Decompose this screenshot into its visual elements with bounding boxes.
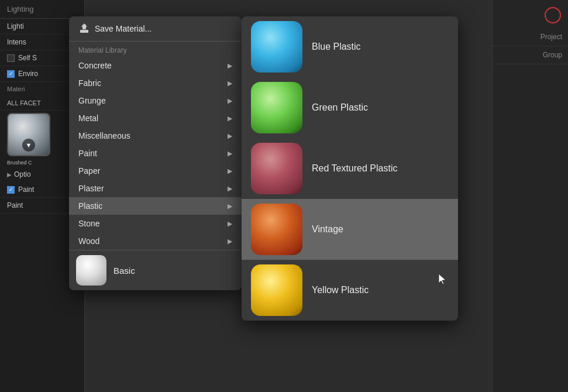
plastic-submenu: Blue Plastic Green Plastic Red Textured … [242, 16, 458, 321]
chevron-right-icon: ▶ [228, 185, 232, 192]
material-ball-blue [251, 21, 302, 73]
library-header: Material Library [69, 42, 242, 57]
menu-item-paint[interactable]: Paint ▶ [69, 145, 242, 162]
lighting-header: Lighting [0, 0, 84, 19]
save-material-label: Save Material... [95, 24, 152, 33]
menu-item-miscellaneous[interactable]: Miscellaneous ▶ [69, 127, 242, 145]
menu-item-paper[interactable]: Paper ▶ [69, 162, 242, 180]
paint-checkbox[interactable] [7, 186, 15, 194]
red-circle-icon[interactable] [545, 7, 561, 23]
submenu-item-blue-plastic[interactable]: Blue Plastic [242, 16, 458, 77]
menu-item-metal[interactable]: Metal ▶ [69, 109, 242, 127]
options-triangle-icon: ▶ [7, 171, 12, 178]
material-ball-red [251, 143, 302, 194]
material-library-menu: Save Material... Material Library Concre… [69, 16, 242, 290]
material-arrow-btn[interactable]: ▼ [22, 139, 35, 152]
chevron-right-icon: ▶ [228, 62, 232, 70]
material-ball-orange [251, 204, 302, 255]
basic-material-item[interactable]: Basic [69, 250, 242, 290]
menu-item-fabric[interactable]: Fabric ▶ [69, 74, 242, 92]
submenu-item-green-plastic[interactable]: Green Plastic [242, 77, 458, 138]
material-ball-green [251, 82, 302, 133]
project-label: Project [493, 28, 568, 46]
svg-rect-0 [80, 30, 88, 33]
environment-checkbox[interactable] [7, 70, 15, 78]
material-ball-yellow [251, 264, 302, 316]
menu-item-concrete[interactable]: Concrete ▶ [69, 57, 242, 74]
menu-item-wood[interactable]: Wood ▶ [69, 232, 242, 250]
menu-item-stone[interactable]: Stone ▶ [69, 215, 242, 232]
submenu-item-label: Red Textured Plastic [312, 163, 397, 174]
chevron-right-icon: ▶ [228, 97, 232, 105]
menu-item-plaster[interactable]: Plaster ▶ [69, 180, 242, 197]
menu-items-list: Concrete ▶ Fabric ▶ Grunge ▶ Metal ▶ Mis… [69, 57, 242, 250]
chevron-right-icon: ▶ [228, 115, 232, 122]
save-icon [78, 23, 90, 35]
chevron-right-icon: ▶ [228, 150, 232, 157]
menu-item-grunge[interactable]: Grunge ▶ [69, 92, 242, 109]
chevron-right-icon: ▶ [228, 202, 232, 210]
save-material-button[interactable]: Save Material... [69, 16, 242, 42]
submenu-item-label: Blue Plastic [312, 42, 361, 52]
right-panel: Project Group [492, 0, 568, 392]
chevron-right-icon: ▶ [228, 80, 232, 87]
chevron-right-icon: ▶ [228, 132, 232, 140]
menu-item-plastic[interactable]: Plastic ▶ [69, 197, 242, 215]
submenu-item-vintage[interactable]: Vintage [242, 199, 458, 260]
chevron-right-icon: ▶ [228, 238, 232, 245]
submenu-item-yellow-plastic[interactable]: Yellow Plastic [242, 260, 458, 321]
self-shadow-checkbox[interactable] [7, 54, 15, 62]
chevron-right-icon: ▶ [228, 167, 232, 175]
group-label: Group [493, 46, 568, 64]
submenu-item-label: Vintage [312, 224, 343, 235]
basic-material-ball [76, 255, 106, 286]
chevron-right-icon: ▶ [228, 220, 232, 228]
submenu-item-label: Green Plastic [312, 102, 368, 113]
submenu-item-label: Yellow Plastic [312, 285, 369, 295]
svg-marker-2 [81, 23, 87, 27]
basic-material-label: Basic [113, 266, 135, 276]
submenu-items-list: Blue Plastic Green Plastic Red Textured … [242, 16, 458, 321]
submenu-item-red-textured-plastic[interactable]: Red Textured Plastic [242, 138, 458, 199]
